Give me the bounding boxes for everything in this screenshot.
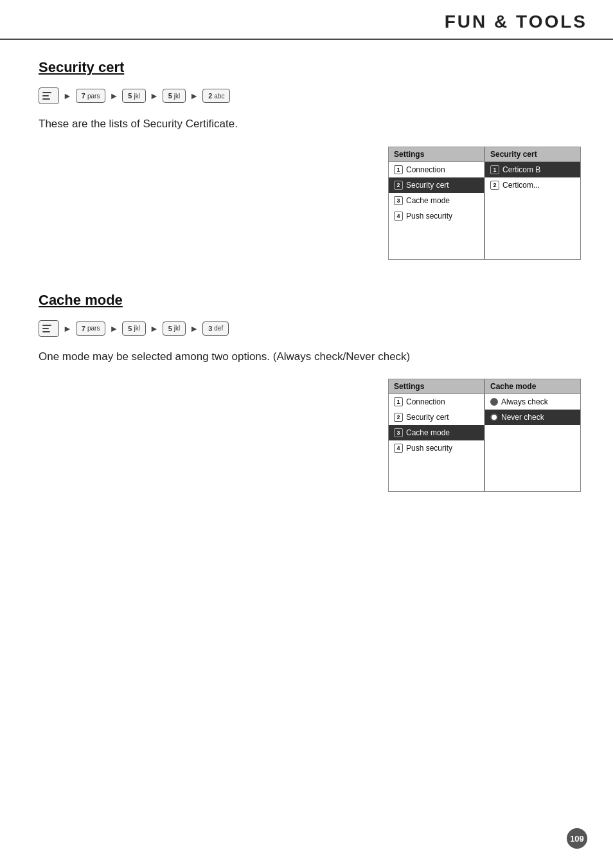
cache-settings-item-security-cert: 2 Security cert: [389, 410, 484, 425]
page-title: FUN & TOOLS: [445, 12, 587, 32]
nav-box-2abc: 2 abc: [202, 89, 230, 103]
settings-item-push-security: 4 Push security: [389, 208, 484, 224]
nav-arrow-4: ►: [190, 91, 199, 101]
security-cert-submenu-screen: Security cert 1 Certicom B 2 Certicom...: [484, 147, 581, 260]
security-cert-item-certicom: 2 Certicom...: [485, 177, 580, 193]
cache-mode-settings-screen: Settings 1 Connection 2 Security cert 3 …: [388, 379, 484, 492]
cache-nav-box-3def: 3 def: [202, 321, 229, 336]
menu-bar-1: [42, 92, 51, 93]
security-cert-settings-screen: Settings 1 Connection 2 Security cert 3 …: [388, 147, 484, 260]
cache-nav-box-5jkl-1: 5 jkl: [122, 321, 146, 336]
cache-menu-icon: [39, 320, 59, 337]
nav-box-5jkl-2: 5 jkl: [163, 89, 186, 103]
cache-nav-arrow-3: ►: [150, 323, 159, 334]
cache-mode-submenu-screen: Cache mode Always check Never check: [484, 379, 581, 492]
settings-item-cache-mode: 3 Cache mode: [389, 193, 484, 208]
radio-empty-icon: [490, 413, 498, 421]
cache-mode-submenu-title: Cache mode: [485, 379, 580, 394]
nav-arrow-2: ►: [109, 91, 118, 101]
cache-mode-description: One mode may be selected among two optio…: [39, 348, 581, 365]
menu-icon: [39, 87, 59, 104]
cache-nav-box-5jkl-2: 5 jkl: [163, 321, 186, 336]
cache-settings-screen-padding: [389, 456, 484, 491]
settings-item-connection: 1 Connection: [389, 162, 484, 177]
cache-nav-arrow-1: ►: [63, 323, 72, 334]
main-content: Security cert ► 7 pars ► 5 jkl ► 5 jkl: [0, 40, 613, 543]
cache-menu-bar-1: [42, 325, 51, 326]
cache-settings-item-connection: 1 Connection: [389, 394, 484, 410]
security-cert-screenshots: Settings 1 Connection 2 Security cert 3 …: [39, 147, 581, 260]
cache-nav-arrow-4: ►: [190, 323, 199, 334]
cache-settings-item-cache-mode: 3 Cache mode: [389, 425, 484, 440]
nav-box-5jkl-1: 5 jkl: [122, 89, 146, 103]
cache-mode-item-always-check: Always check: [485, 394, 580, 410]
cache-mode-nav-path: ► 7 pars ► 5 jkl ► 5 jkl ► 3 def: [39, 320, 581, 337]
security-cert-submenu-padding: [485, 193, 580, 228]
cache-mode-screenshots: Settings 1 Connection 2 Security cert 3 …: [39, 379, 581, 492]
cache-mode-item-never-check: Never check: [485, 410, 580, 425]
cache-mode-section: Cache mode ► 7 pars ► 5 jkl ► 5 jkl: [39, 292, 581, 493]
nav-arrow-1: ►: [63, 91, 72, 101]
page-number: 109: [567, 828, 587, 849]
cache-nav-arrow-2: ►: [109, 323, 118, 334]
nav-box-7pars: 7 pars: [76, 89, 106, 103]
security-cert-section: Security cert ► 7 pars ► 5 jkl ► 5 jkl: [39, 59, 581, 260]
security-cert-nav-path: ► 7 pars ► 5 jkl ► 5 jkl ► 2 abc: [39, 87, 581, 104]
cache-nav-box-7pars: 7 pars: [76, 321, 106, 336]
cache-settings-screen-title: Settings: [389, 379, 484, 394]
menu-bar-2: [42, 95, 49, 96]
settings-screen-padding: [389, 224, 484, 259]
nav-arrow-3: ►: [150, 91, 159, 101]
cache-menu-bar-2: [42, 328, 49, 329]
cache-mode-title: Cache mode: [39, 292, 581, 309]
security-cert-item-certicom-b: 1 Certicom B: [485, 162, 580, 177]
page-header: FUN & TOOLS: [0, 0, 613, 40]
settings-screen-title: Settings: [389, 147, 484, 162]
radio-filled-icon: [490, 398, 498, 406]
security-cert-submenu-title: Security cert: [485, 147, 580, 162]
security-cert-title: Security cert: [39, 59, 581, 76]
cache-settings-item-push-security: 4 Push security: [389, 440, 484, 456]
cache-mode-submenu-padding: [485, 425, 580, 460]
settings-item-security-cert: 2 Security cert: [389, 177, 484, 193]
security-cert-description: These are the lists of Security Certific…: [39, 116, 581, 132]
menu-bar-3: [42, 98, 50, 100]
cache-menu-bar-3: [42, 331, 50, 332]
